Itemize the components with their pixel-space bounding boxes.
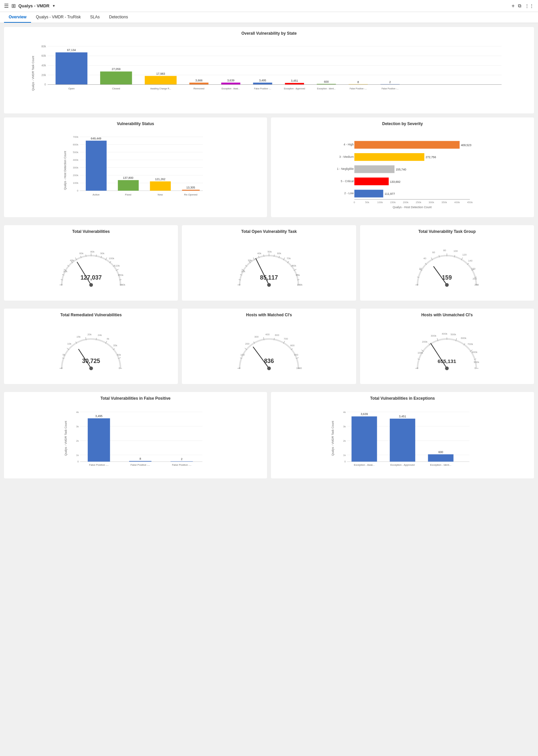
svg-text:450k: 450k <box>467 201 473 204</box>
svg-text:False Positive -...: False Positive -... <box>381 87 398 90</box>
svg-text:Removed: Removed <box>194 87 205 90</box>
bar-open[interactable] <box>55 52 87 84</box>
overall-vuln-chart: Qualys - VMDR Task Count 80k 60k 40k 20k… <box>8 38 530 108</box>
svg-text:3,495: 3,495 <box>259 79 266 82</box>
tab-overview[interactable]: Overview <box>4 12 31 23</box>
svg-text:Exception - Approved: Exception - Approved <box>390 463 415 466</box>
svg-text:133,692: 133,692 <box>390 180 400 183</box>
svg-text:0: 0 <box>77 460 79 463</box>
svg-text:Qualys - Host Detection Count: Qualys - Host Detection Count <box>63 151 67 190</box>
charts-row-2: Vulnerability Status Qualys - Host Detec… <box>4 117 534 221</box>
svg-text:400: 400 <box>265 333 270 336</box>
bar-fp-2[interactable] <box>171 461 193 462</box>
bar-fp-main[interactable] <box>88 418 110 462</box>
svg-text:100k: 100k <box>297 283 303 286</box>
svg-text:2 - Low: 2 - Low <box>344 192 354 195</box>
add-icon[interactable]: + <box>512 3 515 9</box>
bar-reopened[interactable] <box>182 190 200 191</box>
detection-severity-chart: 4 - High 409,523 3 - Medium 272,756 1 - … <box>275 129 530 212</box>
more-menu-icon[interactable]: ⋮⋮ <box>525 3 534 9</box>
total-remediated-title: Total Remediated Vulnerabilities <box>8 313 174 317</box>
svg-text:4k: 4k <box>106 337 109 340</box>
bar-active[interactable] <box>86 141 107 191</box>
copy-icon[interactable]: ⧉ <box>518 3 521 9</box>
svg-text:0: 0 <box>417 283 418 286</box>
svg-text:3 - Medium: 3 - Medium <box>339 155 354 158</box>
svg-text:110k: 110k <box>114 264 120 267</box>
bar-medium[interactable] <box>354 153 425 161</box>
svg-text:159: 159 <box>442 274 452 281</box>
svg-line-139 <box>256 259 269 285</box>
main-content: Overall Vulnerability by State Qualys - … <box>0 23 538 490</box>
false-positive-chart: Qualys - VMDR Task Count 4k 3k 2k 1k 0 3… <box>8 403 263 473</box>
bar-low[interactable] <box>354 190 383 198</box>
svg-text:1k: 1k <box>76 454 79 457</box>
svg-text:400k: 400k <box>442 332 448 335</box>
svg-text:50k: 50k <box>268 250 272 253</box>
svg-text:836: 836 <box>264 358 274 364</box>
total-vuln-group-gauge-card: Total Vulnerability Task Group <box>360 225 534 301</box>
bar-awaiting[interactable] <box>145 76 177 85</box>
bar-negligible[interactable] <box>354 165 394 173</box>
bar-critical[interactable] <box>354 177 389 185</box>
tab-slas[interactable]: SLAs <box>85 12 104 23</box>
bar-exc-await[interactable] <box>221 83 240 85</box>
svg-point-190 <box>89 367 93 370</box>
svg-text:20k: 20k <box>87 333 92 336</box>
svg-text:Exception - Ident...: Exception - Ident... <box>430 463 452 466</box>
svg-text:Active: Active <box>92 193 99 196</box>
svg-text:80k: 80k <box>41 45 46 48</box>
bar-high[interactable] <box>354 141 460 149</box>
gauge-svg-5: 0 100 200 300 400 600 700 800 900 1000 8… <box>232 320 306 380</box>
svg-text:Open: Open <box>68 87 75 90</box>
svg-text:40k: 40k <box>117 353 121 356</box>
bar-exc-approved-bottom[interactable] <box>390 419 415 462</box>
exceptions-chart: Qualys - VMDR Task Count 4k 3k 2k 1k 0 3… <box>275 403 530 473</box>
bar-removed[interactable] <box>189 83 208 85</box>
vuln-status-title: Vulnerability Status <box>8 121 263 126</box>
bar-exc-await-bottom[interactable] <box>351 416 377 462</box>
svg-text:500k: 500k <box>451 333 456 336</box>
overall-vuln-title: Overall Vulnerability by State <box>8 31 530 36</box>
svg-text:Qualys - VMDR Task Count: Qualys - VMDR Task Count <box>31 56 35 91</box>
svg-text:20k: 20k <box>63 270 67 273</box>
svg-text:3,451: 3,451 <box>399 415 406 418</box>
svg-text:700: 700 <box>284 337 288 340</box>
svg-text:60k: 60k <box>79 252 83 255</box>
vuln-status-chart: Qualys - Host Detection Count 700k 600k … <box>8 129 263 212</box>
svg-text:200: 200 <box>245 342 249 345</box>
svg-text:30,725: 30,725 <box>82 358 100 364</box>
svg-line-108 <box>77 262 91 285</box>
svg-text:100k: 100k <box>108 257 114 260</box>
svg-text:160: 160 <box>471 267 476 270</box>
detection-severity-title: Detection by Severity <box>275 121 530 126</box>
hamburger-icon[interactable]: ☰ <box>4 3 9 9</box>
svg-text:272,756: 272,756 <box>426 155 436 159</box>
bar-exc-approved[interactable] <box>285 83 304 85</box>
svg-text:5 - Critical: 5 - Critical <box>341 179 354 183</box>
bar-fp-8[interactable] <box>129 461 152 462</box>
svg-text:90k: 90k <box>296 274 300 277</box>
svg-text:Awaiting Change R...: Awaiting Change R... <box>150 87 171 90</box>
bar-closed[interactable] <box>100 71 132 84</box>
bar-exc-ident-bottom[interactable] <box>428 454 453 462</box>
bar-fp[interactable] <box>253 83 272 85</box>
tab-detections[interactable]: Detections <box>104 12 133 23</box>
svg-text:90k: 90k <box>100 252 104 255</box>
svg-text:Exception - Awai...: Exception - Awai... <box>354 463 375 466</box>
svg-text:655,131: 655,131 <box>438 358 456 364</box>
grid-icon: ⊞ <box>11 3 16 9</box>
gauge-svg-2: 0 20k 30k 40k 50k 60k 70k 80k 90k 100k 8… <box>232 237 306 297</box>
svg-text:Qualys - VMDR Task Count: Qualys - VMDR Task Count <box>64 421 67 456</box>
svg-text:600k: 600k <box>461 337 467 340</box>
tab-trurisk[interactable]: Qualys - VMDR - TruRisk <box>31 12 85 23</box>
svg-text:2k: 2k <box>343 439 346 442</box>
bar-fixed[interactable] <box>118 180 139 191</box>
bar-new[interactable] <box>150 181 171 191</box>
dropdown-icon[interactable]: ▼ <box>52 4 55 8</box>
svg-text:600: 600 <box>324 80 329 83</box>
svg-text:300k: 300k <box>431 334 437 337</box>
total-vuln-group-gauge: 0 20 40 60 80 100 120 140 160 200 250 15… <box>364 237 530 297</box>
gauges-row-2: Total Remediated Vulnerabilities <box>4 309 534 388</box>
svg-text:60k: 60k <box>41 54 46 57</box>
